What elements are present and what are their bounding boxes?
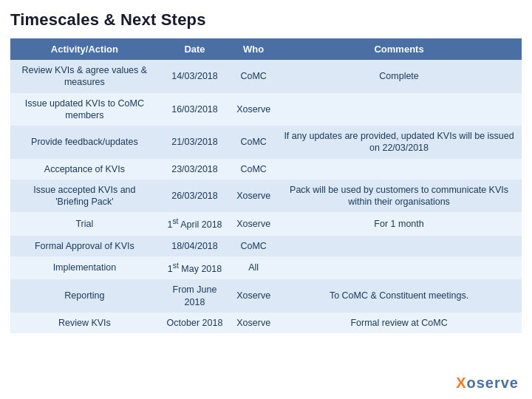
cell-activity: Reporting [10, 279, 159, 313]
page-title: Timescales & Next Steps [10, 10, 522, 30]
cell-date: 18/04/2018 [159, 236, 231, 256]
cell-activity: Implementation [10, 256, 159, 279]
cell-date: 1st April 2018 [159, 212, 231, 235]
cell-who: Xoserve [231, 313, 276, 333]
cell-who: CoMC [231, 159, 276, 180]
cell-date: 14/03/2018 [159, 60, 231, 93]
timescales-table: Activity/Action Date Who Comments Review… [10, 38, 522, 333]
cell-date: October 2018 [159, 313, 231, 333]
cell-who: Xoserve [231, 279, 276, 313]
col-header-comments: Comments [276, 38, 522, 60]
logo-oserve: oserve [467, 375, 519, 391]
cell-activity: Review KVIs [10, 313, 159, 333]
table-row: Provide feedback/updates21/03/2018CoMCIf… [10, 126, 522, 159]
cell-date: 21/03/2018 [159, 126, 231, 159]
cell-activity: Acceptance of KVIs [10, 159, 159, 180]
page: Timescales & Next Steps Activity/Action … [0, 0, 532, 399]
table-row: Trial1st April 2018XoserveFor 1 month [10, 212, 522, 235]
cell-date: 16/03/2018 [159, 93, 231, 126]
cell-comments: To CoMC & Constituent meetings. [276, 279, 522, 313]
cell-comments: Formal review at CoMC [276, 313, 522, 333]
table-row: Implementation1st May 2018All [10, 256, 522, 279]
cell-date: 1st May 2018 [159, 256, 231, 279]
table-row: Issue updated KVIs to CoMC members16/03/… [10, 93, 522, 126]
cell-date: 26/03/2018 [159, 180, 231, 213]
table-row: Review KVIsOctober 2018XoserveFormal rev… [10, 313, 522, 333]
col-header-date: Date [159, 38, 231, 60]
cell-activity: Trial [10, 212, 159, 235]
cell-activity: Issue accepted KVIs and 'Briefing Pack' [10, 180, 159, 213]
table-row: Acceptance of KVIs23/03/2018CoMC [10, 159, 522, 180]
cell-date: 23/03/2018 [159, 159, 231, 180]
cell-who: Xoserve [231, 180, 276, 213]
cell-who: Xoserve [231, 212, 276, 235]
cell-comments: Complete [276, 60, 522, 93]
logo-x: X [456, 375, 466, 391]
cell-who: CoMC [231, 60, 276, 93]
cell-comments: If any updates are provided, updated KVI… [276, 126, 522, 159]
cell-who: All [231, 256, 276, 279]
table-row: ReportingFrom June 2018XoserveTo CoMC & … [10, 279, 522, 313]
col-header-activity: Activity/Action [10, 38, 159, 60]
table-row: Formal Approval of KVIs18/04/2018CoMC [10, 236, 522, 256]
cell-comments [276, 256, 522, 279]
cell-activity: Issue updated KVIs to CoMC members [10, 93, 159, 126]
cell-activity: Provide feedback/updates [10, 126, 159, 159]
cell-activity: Formal Approval of KVIs [10, 236, 159, 256]
cell-date: From June 2018 [159, 279, 231, 313]
cell-comments [276, 236, 522, 256]
col-header-who: Who [231, 38, 276, 60]
cell-who: Xoserve [231, 93, 276, 126]
cell-who: CoMC [231, 126, 276, 159]
cell-comments [276, 159, 522, 180]
table-row: Issue accepted KVIs and 'Briefing Pack'2… [10, 180, 522, 213]
cell-comments [276, 93, 522, 126]
table-row: Review KVIs & agree values & measures14/… [10, 60, 522, 93]
table-header-row: Activity/Action Date Who Comments [10, 38, 522, 60]
cell-comments: Pack will be used by customers to commun… [276, 180, 522, 213]
cell-comments: For 1 month [276, 212, 522, 235]
cell-activity: Review KVIs & agree values & measures [10, 60, 159, 93]
xoserve-logo: Xoserve [456, 375, 519, 392]
cell-who: CoMC [231, 236, 276, 256]
